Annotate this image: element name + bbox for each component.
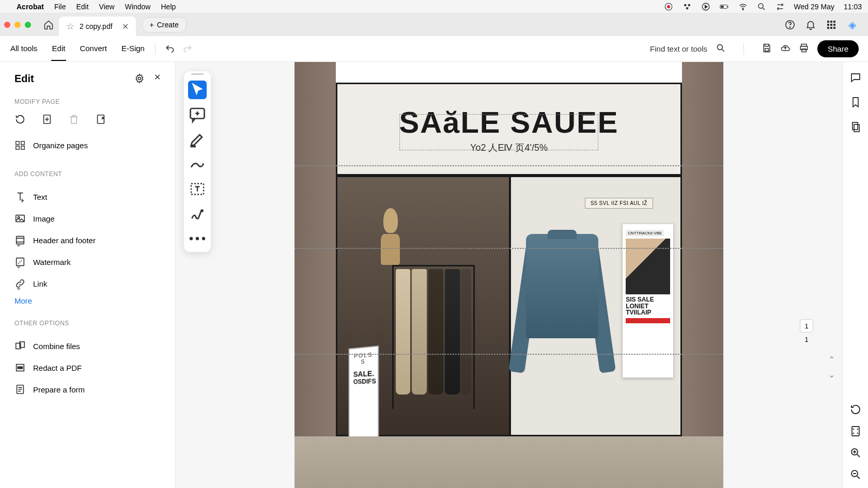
panel-settings-icon[interactable] [134,72,145,85]
toolbar-divider [155,43,156,55]
wifi-icon[interactable] [738,2,748,11]
assistant-icon[interactable]: ◈ [846,19,858,30]
svg-point-3 [688,4,690,6]
insert-page-icon[interactable] [41,114,53,125]
search-icon[interactable] [716,43,726,55]
menu-file[interactable]: File [54,3,66,11]
people-icon[interactable] [683,2,692,11]
svg-point-20 [138,77,141,80]
battery-icon[interactable] [720,2,729,11]
notification-bell-icon[interactable] [805,19,816,30]
tab-title: 2 copy.pdf [80,22,113,30]
page-up-arrow[interactable]: ⌃ [828,355,835,365]
apps-grid-icon[interactable] [826,19,837,30]
svg-rect-43 [854,124,859,132]
svg-rect-29 [17,237,24,244]
prepare-form-icon [14,384,26,395]
svg-point-4 [686,7,688,9]
help-icon[interactable] [784,19,796,30]
save-icon[interactable] [762,43,772,55]
add-header-footer-item[interactable]: Header and footer [14,229,161,251]
rotate-view-icon[interactable] [849,403,862,416]
control-center-icon[interactable] [776,2,785,11]
svg-rect-22 [98,115,104,124]
redo-button[interactable] [182,43,193,55]
menu-help[interactable]: Help [161,3,176,11]
add-watermark-item[interactable]: Watermark [14,251,161,273]
zoom-in-icon[interactable] [849,447,862,459]
fit-page-icon[interactable] [849,425,862,437]
menubar-date[interactable]: Wed 29 May [794,3,834,11]
zoom-out-icon[interactable] [849,468,862,481]
add-image-item[interactable]: Image [14,208,161,229]
svg-rect-7 [727,6,728,7]
menu-view[interactable]: View [99,3,115,11]
svg-point-11 [781,4,783,5]
page-indicator: 1 1 [800,319,813,343]
page-current-input[interactable]: 1 [800,319,813,333]
tab-all-tools[interactable]: All tools [9,37,39,61]
menubar-time[interactable]: 11:03 [844,3,862,11]
delete-page-icon[interactable] [68,114,80,125]
select-tool[interactable] [188,81,207,99]
floating-tool-strip[interactable] [184,71,211,252]
combine-files-icon [14,340,26,352]
panel-title: Edit [14,73,34,85]
tab-convert[interactable]: Convert [79,37,108,61]
screen-record-icon[interactable] [664,2,673,11]
traffic-lights [4,22,31,28]
window-close-button[interactable] [4,22,10,28]
spotlight-icon[interactable] [757,2,766,11]
right-rail [842,62,868,488]
combine-files-item[interactable]: Combine files [14,335,161,357]
prepare-form-item[interactable]: Prepare a form [14,379,161,400]
pages-panel-icon[interactable] [849,121,862,133]
share-button[interactable]: Share [817,40,859,57]
text-select-tool[interactable] [188,180,207,198]
edit-side-panel: Edit ✕ MODIFY PAGE Organize pages ADD CO… [0,62,176,488]
page-down-arrow[interactable]: ⌄ [828,370,835,380]
star-icon[interactable]: ☆ [66,21,74,32]
cloud-upload-icon[interactable] [780,43,791,55]
extract-page-icon[interactable] [95,114,106,125]
tab-edit[interactable]: Edit [51,37,67,61]
draw-tool[interactable] [188,155,207,174]
window-fullscreen-button[interactable] [25,22,31,28]
create-button[interactable]: + Create [142,17,187,33]
window-tabbar: ☆ 2 copy.pdf ✕ + Create ◈ [0,13,868,36]
organize-pages-item[interactable]: Organize pages [14,134,161,156]
svg-rect-16 [765,48,769,51]
more-link[interactable]: More [14,296,161,305]
rotate-page-icon[interactable] [14,114,26,125]
print-icon[interactable] [799,43,809,55]
toolbar-divider-2 [743,43,744,55]
find-label: Find text or tools [650,44,707,53]
add-text-item[interactable]: Text [14,186,161,208]
svg-point-38 [202,210,203,212]
undo-button[interactable] [165,43,175,55]
menubar-app-name[interactable]: Acrobat [17,3,44,11]
window-minimize-button[interactable] [14,22,21,28]
macos-menubar: Acrobat File Edit View Window Help Wed 2… [0,0,868,13]
comment-tool[interactable] [188,105,207,124]
redact-icon [14,362,26,373]
pdf-page[interactable]: SAăLE SAUEE Yo2 ⼈EⅣ 页4'/5% POLS S [295,62,723,488]
play-icon[interactable] [701,2,710,11]
bookmark-panel-icon[interactable] [849,96,862,108]
tab-esign[interactable]: E-Sign [120,37,146,61]
panel-close-icon[interactable]: ✕ [154,72,161,85]
document-viewport[interactable]: SAăLE SAUEE Yo2 ⼈EⅣ 页4'/5% POLS S [176,62,842,488]
redact-pdf-item[interactable]: Redact a PDF [14,357,161,379]
menu-window[interactable]: Window [125,3,151,11]
tab-close-button[interactable]: ✕ [122,22,129,32]
comment-panel-icon[interactable] [849,71,862,84]
highlight-tool[interactable] [188,130,207,149]
document-tab[interactable]: ☆ 2 copy.pdf ✕ [59,17,136,36]
wall-sign-text: S5 SVL IIZ FSI AUL IŽ [585,198,653,209]
organize-pages-icon [14,139,26,151]
more-tools-icon[interactable] [188,229,207,248]
home-button[interactable] [38,17,59,33]
sign-tool[interactable] [188,204,207,223]
add-link-item[interactable]: Link [14,273,161,294]
menu-edit[interactable]: Edit [76,3,88,11]
